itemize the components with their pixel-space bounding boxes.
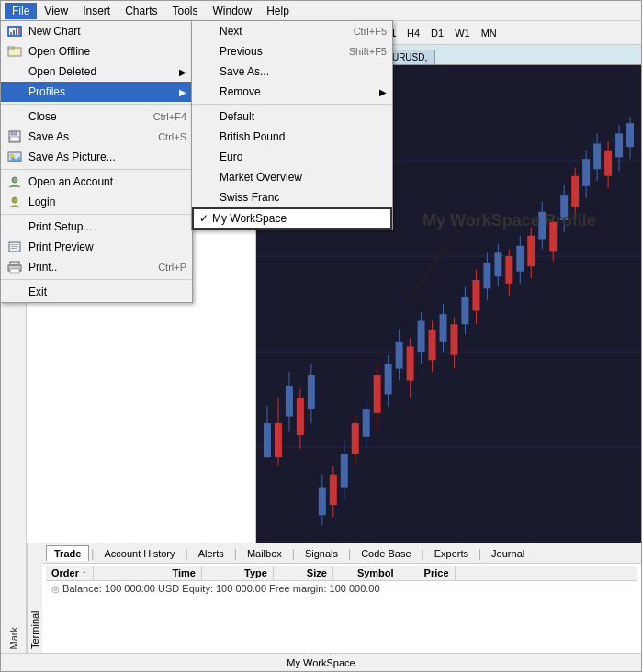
status-bar: My WorkSpace (1, 653, 641, 671)
save-as-icon (6, 129, 23, 144)
profiles-label: Profiles (28, 85, 65, 98)
tab-mailbox[interactable]: Mailbox (239, 545, 290, 561)
tab-alerts[interactable]: Alerts (190, 545, 232, 561)
svg-rect-50 (483, 263, 490, 288)
svg-rect-66 (571, 176, 579, 207)
bottom-content: Order ↑ Time Type Size Symbol Price ◎ Ba… (42, 564, 641, 653)
tab-signals[interactable]: Signals (297, 545, 346, 561)
profiles-arrow: ▶ (179, 87, 186, 97)
tab-journal[interactable]: Journal (483, 545, 533, 561)
svg-rect-22 (330, 475, 337, 505)
svg-rect-48 (472, 280, 479, 310)
symbol-tab-5[interactable]: EURUSD, (377, 50, 435, 64)
svg-rect-16 (297, 398, 304, 435)
balance-row: ◎ Balance: 100 000.00 USD Equity: 100 00… (46, 581, 637, 596)
save-picture-icon (6, 150, 23, 164)
tab-experts[interactable]: Experts (426, 545, 477, 561)
svg-rect-93 (11, 244, 18, 245)
tf-m5[interactable]: M5 (293, 27, 314, 39)
tf-mn[interactable]: MN (478, 27, 501, 39)
sep-3: | (232, 547, 239, 560)
svg-rect-26 (352, 423, 359, 454)
tab-account-history[interactable]: Account History (96, 545, 183, 561)
sep-file-4 (1, 279, 192, 280)
menu-open-account[interactable]: Open an Account (1, 172, 192, 192)
svg-rect-94 (11, 246, 18, 247)
exit-label: Exit (28, 286, 47, 298)
tab-code-base[interactable]: Code Base (353, 545, 419, 561)
col-size: Size (301, 566, 333, 580)
svg-rect-99 (10, 269, 19, 273)
menu-open-deleted[interactable]: Open Deleted ▶ (1, 62, 192, 82)
open-deleted-arrow: ▶ (179, 67, 186, 77)
tab-trade[interactable]: Trade (46, 545, 89, 561)
menu-view[interactable]: View (37, 3, 75, 19)
tf-d1[interactable]: D1 (427, 27, 447, 39)
sep-file-3 (1, 214, 192, 215)
menu-new-chart[interactable]: New Chart (1, 21, 192, 41)
sep-5: | (346, 547, 353, 560)
bottom-tabs: Trade | Account History | Alerts | Mailb… (42, 543, 641, 564)
close-shortcut: Ctrl+F4 (153, 111, 186, 122)
svg-rect-38 (418, 321, 425, 352)
save-as-shortcut: Ctrl+S (158, 131, 186, 142)
menu-insert[interactable]: Insert (75, 3, 118, 19)
svg-rect-85 (11, 131, 17, 135)
menu-tools[interactable]: Tools (165, 3, 206, 19)
tf-m1[interactable]: M1 (268, 27, 289, 39)
chart-area[interactable] (256, 65, 641, 543)
menu-print-setup[interactable]: Print Setup... (1, 217, 192, 237)
close-icon (6, 109, 23, 124)
menu-save-as-picture[interactable]: Save As Picture... (1, 147, 192, 167)
svg-rect-24 (341, 454, 348, 487)
file-menu[interactable]: New Chart Open Offline Open Deleted ▶ Pr… (0, 20, 193, 303)
menu-profiles[interactable]: Profiles ▶ (1, 82, 192, 102)
menu-window[interactable]: Window (206, 3, 260, 19)
menu-help[interactable]: Help (259, 3, 297, 19)
table-header: Order ↑ Time Type Size Symbol Price (46, 566, 637, 581)
terminal-label[interactable]: Terminal (27, 543, 42, 653)
menu-save-as[interactable]: Save As Ctrl+S (1, 127, 192, 147)
close-label: Close (28, 110, 57, 123)
print-preview-label: Print Preview (28, 241, 94, 253)
svg-rect-54 (505, 256, 512, 284)
menu-exit[interactable]: Exit (1, 282, 192, 302)
menu-charts[interactable]: Charts (118, 3, 164, 19)
symbol-tab-4[interactable]: AUDUSD,H1 (307, 50, 377, 64)
sep-file-1 (1, 104, 192, 105)
svg-rect-70 (593, 143, 601, 169)
print-setup-icon (6, 219, 23, 234)
tf-h1[interactable]: H1 (379, 27, 400, 39)
chart-zoom-out[interactable]: − (236, 24, 256, 42)
svg-rect-10 (264, 423, 271, 457)
print-preview-icon (6, 240, 23, 254)
tf-w1[interactable]: W1 (451, 27, 474, 39)
col-order: Order ↑ (46, 566, 94, 580)
svg-rect-12 (275, 423, 282, 457)
open-offline-label: Open Offline (28, 45, 90, 58)
print-label: Print.. (28, 261, 57, 274)
menu-close[interactable]: Close Ctrl+F4 (1, 106, 192, 127)
new-chart-icon (6, 24, 23, 39)
svg-rect-52 (494, 252, 501, 276)
menu-print[interactable]: Print.. Ctrl+P (1, 257, 192, 277)
exit-icon (6, 285, 23, 299)
chart-svg (256, 65, 641, 543)
status-text: My WorkSpace (287, 657, 355, 668)
menu-file[interactable]: File (5, 3, 37, 19)
menu-open-offline[interactable]: Open Offline (1, 41, 192, 62)
symbol-tab-3[interactable]: USDCHF,H1 (238, 50, 306, 64)
sep-6: | (420, 547, 426, 560)
menu-bar[interactable]: File View Insert Charts Tools Window Hel… (1, 1, 641, 21)
svg-rect-30 (374, 375, 381, 413)
chart-zoom-in[interactable]: + (212, 24, 232, 42)
tf-m15[interactable]: M15 (318, 27, 344, 39)
svg-rect-60 (538, 212, 546, 240)
tf-m30[interactable]: M30 (349, 27, 376, 39)
tf-h4[interactable]: H4 (403, 27, 423, 39)
login-label: Login (28, 196, 55, 208)
save-as-label: Save As (28, 130, 69, 143)
menu-login[interactable]: Login (1, 192, 192, 212)
svg-rect-28 (363, 409, 370, 437)
menu-print-preview[interactable]: Print Preview (1, 237, 192, 257)
